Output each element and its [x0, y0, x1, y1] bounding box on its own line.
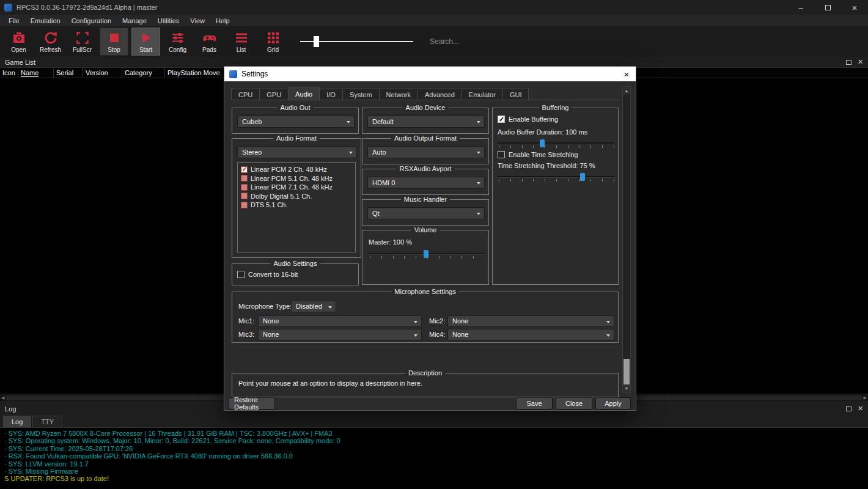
convert-to-16bit-checkbox[interactable]: Convert to 16-bit: [237, 271, 298, 278]
checkbox[interactable]: [498, 116, 505, 123]
log-float-icon[interactable]: [846, 406, 851, 411]
start-button[interactable]: Start: [131, 28, 160, 56]
tab-gui[interactable]: GUI: [503, 89, 529, 100]
search-input[interactable]: [430, 37, 509, 46]
scrollbar-thumb[interactable]: [623, 359, 630, 384]
column-version[interactable]: Version: [83, 68, 122, 78]
checkbox[interactable]: [498, 151, 505, 158]
menu-emulation[interactable]: Emulation: [25, 16, 66, 26]
tab-gpu[interactable]: GPU: [260, 89, 289, 100]
mic1-dropdown[interactable]: None: [258, 315, 422, 327]
menu-utilities[interactable]: Utilities: [152, 16, 185, 26]
master-volume-slider[interactable]: [369, 249, 484, 260]
refresh-button[interactable]: Refresh: [36, 28, 65, 56]
settings-dialog-title: Settings: [241, 70, 268, 78]
mic3-dropdown[interactable]: None: [258, 329, 422, 340]
minimize-button[interactable]: [787, 0, 814, 15]
microphone-type-dropdown[interactable]: Disabled: [291, 301, 336, 312]
checkbox[interactable]: [241, 202, 248, 208]
scroll-up-icon[interactable]: [623, 87, 630, 95]
stop-button[interactable]: Stop: [100, 28, 128, 56]
fullscreen-button[interactable]: FullScr: [68, 28, 97, 56]
close-dialog-button[interactable]: Close: [556, 397, 592, 410]
audio-device-dropdown[interactable]: Default: [367, 116, 485, 128]
settings-close-button[interactable]: [617, 67, 636, 81]
close-button[interactable]: [841, 0, 868, 15]
tab-io[interactable]: I/O: [320, 89, 343, 100]
slider-handle[interactable]: [540, 139, 545, 147]
list-item[interactable]: Linear PCM 7.1 Ch. 48 kHz: [241, 183, 352, 192]
tool-bar: Open Refresh FullScr Stop Start: [0, 26, 868, 57]
list-item[interactable]: Linear PCM 5.1 Ch. 48 kHz: [241, 174, 352, 183]
log-line: · SYS: Operating system: Windows, Major:…: [4, 437, 864, 444]
enable-buffering-checkbox[interactable]: Enable Buffering: [498, 116, 558, 123]
tab-network[interactable]: Network: [380, 89, 418, 100]
apply-button[interactable]: Apply: [595, 397, 631, 410]
checkbox[interactable]: [241, 193, 248, 199]
menu-file[interactable]: File: [3, 16, 25, 26]
description-group: Description Point your mouse at an optio…: [232, 373, 619, 397]
grid-view-button[interactable]: Grid: [259, 28, 287, 56]
title-bar: RPCS3 0.0.36-17972-2d9a24d1 Alpha | mast…: [0, 0, 868, 15]
menu-help[interactable]: Help: [210, 16, 235, 26]
scroll-right-icon[interactable]: [864, 395, 867, 400]
scroll-left-icon[interactable]: [1, 395, 4, 400]
music-handler-dropdown[interactable]: Qt: [367, 207, 485, 219]
tab-advanced[interactable]: Advanced: [418, 89, 462, 100]
column-name[interactable]: Name: [18, 68, 54, 78]
tab-emulator[interactable]: Emulator: [462, 89, 503, 100]
enable-time-stretching-checkbox[interactable]: Enable Time Stretching: [498, 151, 578, 158]
restore-defaults-button[interactable]: Restore Defaults: [229, 397, 275, 410]
game-list-close-icon[interactable]: [858, 59, 863, 65]
icon-size-slider-handle[interactable]: [314, 36, 319, 47]
mic4-dropdown[interactable]: None: [447, 329, 614, 340]
checkbox[interactable]: [241, 184, 248, 191]
pads-button[interactable]: Pads: [195, 28, 224, 56]
checkbox[interactable]: [241, 166, 248, 173]
tab-log[interactable]: Log: [3, 416, 31, 427]
tab-cpu[interactable]: CPU: [231, 89, 260, 100]
audio-format-list[interactable]: Linear PCM 2 Ch. 48 kHz Linear PCM 5.1 C…: [237, 162, 356, 252]
settings-dialog-title-bar[interactable]: Settings: [224, 67, 636, 81]
log-output[interactable]: · SYS: AMD Ryzen 7 5800X 8-Core Processo…: [0, 428, 868, 489]
audio-settings-group: Audio Settings Convert to 16-bit: [232, 263, 359, 285]
config-button[interactable]: Config: [163, 28, 192, 56]
list-item[interactable]: Linear PCM 2 Ch. 48 kHz: [241, 165, 352, 174]
column-playstation-move[interactable]: PlayStation Move: [165, 68, 221, 78]
slider-handle[interactable]: [580, 173, 585, 181]
audio-output-format-dropdown[interactable]: Auto: [367, 146, 485, 158]
menu-manage[interactable]: Manage: [117, 16, 152, 26]
audio-out-dropdown[interactable]: Cubeb: [237, 116, 355, 128]
buffer-duration-slider[interactable]: [498, 138, 614, 149]
list-view-button[interactable]: List: [227, 28, 256, 56]
column-category[interactable]: Category: [122, 68, 165, 78]
game-list-float-icon[interactable]: [846, 60, 851, 65]
column-serial[interactable]: Serial: [54, 68, 83, 78]
list-item[interactable]: DTS 5.1 Ch.: [241, 200, 352, 210]
list-item[interactable]: Dolby Digital 5.1 Ch.: [241, 192, 352, 201]
column-icon[interactable]: Icon: [0, 68, 18, 78]
icon-size-slider[interactable]: [300, 35, 413, 48]
mic4-label: Mic4:: [429, 331, 445, 338]
rsxaudio-avport-dropdown[interactable]: HDMI 0: [367, 177, 485, 189]
checkbox[interactable]: [241, 175, 248, 182]
menu-configuration[interactable]: Configuration: [66, 16, 117, 26]
save-button[interactable]: Save: [516, 397, 553, 410]
log-close-icon[interactable]: [858, 406, 863, 411]
menu-view[interactable]: View: [185, 16, 210, 26]
scroll-down-icon[interactable]: [623, 384, 630, 392]
tab-tty[interactable]: TTY: [32, 416, 62, 427]
audio-device-group: Audio Device Default: [362, 108, 489, 134]
audio-format-dropdown[interactable]: Stereo: [237, 146, 357, 158]
checkbox[interactable]: [237, 271, 245, 278]
open-button[interactable]: Open: [4, 28, 33, 56]
microphone-type-label: Microphone Type:: [238, 303, 292, 310]
mic2-dropdown[interactable]: None: [447, 315, 614, 327]
settings-vertical-scrollbar[interactable]: [622, 86, 631, 393]
refresh-icon: [43, 31, 58, 45]
tab-system[interactable]: System: [343, 89, 380, 100]
time-stretching-threshold-slider[interactable]: [498, 172, 614, 183]
maximize-button[interactable]: [814, 0, 841, 15]
tab-audio[interactable]: Audio: [289, 87, 320, 101]
slider-handle[interactable]: [424, 250, 428, 258]
